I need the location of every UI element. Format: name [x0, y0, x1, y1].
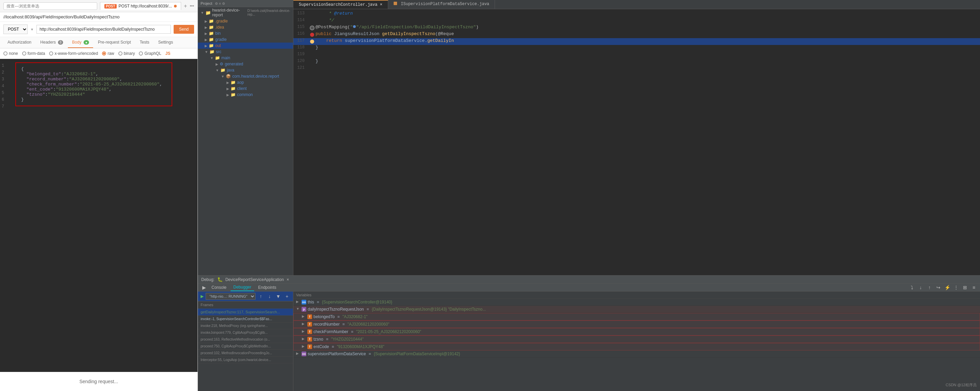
json-body-block: { "belonged_to":"AJ320682-1", "record_nu…	[15, 62, 172, 106]
close-debug-icon[interactable]: ×	[286, 277, 289, 282]
gutter-116	[309, 31, 315, 38]
editor-tab-interface[interactable]: ISupervisionPlatformDataService.java	[388, 0, 495, 9]
var-tzsno[interactable]: ▶ f tzsno = "YHZG20210444"	[293, 336, 980, 343]
url-input[interactable]	[37, 25, 171, 34]
tree-item-generated[interactable]: ▶ ⚙ generated	[198, 61, 293, 67]
tab-pre-request[interactable]: Pre-request Script	[94, 37, 135, 48]
json-body-content: { "belonged_to":"AJ320682-1", "record_nu…	[5, 62, 192, 106]
settings-icon[interactable]: ≡	[970, 284, 977, 291]
thread-down-icon[interactable]: ↓	[266, 293, 273, 300]
var-name-daily: dailyInspectTsznoRequestJson	[308, 307, 364, 312]
columns-icon[interactable]: ⊞	[962, 284, 969, 291]
tab-endpoints[interactable]: Endpoints	[256, 284, 279, 291]
tree-item-bin[interactable]: ▶ 📁 bin	[198, 30, 293, 36]
debug-panel: Debug: 🐛 DeviceReportServiceApplication …	[198, 275, 980, 391]
method-select[interactable]: POST GET	[3, 25, 28, 34]
frame-item-1[interactable]: invoke:-1, SupervisionSearchController$$…	[198, 316, 293, 323]
thread-filter-icon[interactable]: ▼	[275, 293, 282, 300]
frame-class-4: proceed:163, ReflectiveMethodInvocation …	[200, 337, 290, 341]
step-out-icon[interactable]: ↑	[926, 284, 933, 291]
tab-settings[interactable]: Settings	[154, 37, 177, 48]
tree-item-idea[interactable]: ▶ 📁 .idea	[198, 24, 293, 30]
frame-item-5[interactable]: proceed:750, CglibAopProxy$CglibMethodIn…	[198, 343, 293, 350]
var-supervision-service[interactable]: ▶ oo supervisionPlatformDataService = {S…	[293, 350, 980, 358]
run-cursor-icon[interactable]: ↪	[935, 284, 942, 291]
radio-form-data[interactable]: form-data	[22, 51, 45, 56]
frame-item-2[interactable]: invoke:218, MethodProxy (org.springframe…	[198, 323, 293, 329]
project-root-item[interactable]: ▼ 📁 hwariot-device-report D:\work-zakj\h…	[198, 7, 293, 18]
radio-raw[interactable]: raw	[102, 51, 114, 56]
tree-item-aop[interactable]: ▶ 📁 aop	[198, 79, 293, 85]
tree-item-com-package[interactable]: ▼ 📦 com.hwariot.device.report	[198, 73, 293, 79]
more-icon[interactable]: ⋮	[953, 284, 959, 291]
radio-binary-dot	[118, 51, 123, 55]
json-line-tzsno: "tzsno":"YHZG20210444"	[21, 92, 167, 97]
var-name-check: checkFormNumber	[313, 329, 348, 334]
tree-item-src[interactable]: ▼ 📁 src	[198, 49, 293, 55]
folder-icon: 📁	[231, 92, 236, 97]
chevron-icon: ▼	[205, 50, 208, 54]
folder-label: main	[221, 55, 230, 60]
dot-indicator	[174, 5, 177, 8]
json-type-label[interactable]: JS	[165, 51, 170, 56]
tab-headers[interactable]: Headers 8	[36, 37, 67, 48]
frame-class-1: invoke:-1, SupervisionSearchController$$…	[200, 317, 290, 321]
send-button[interactable]: Send	[173, 25, 194, 34]
thread-up-icon[interactable]: ↑	[258, 293, 264, 300]
gutter-121	[309, 65, 315, 72]
tab-authorization[interactable]: Authorization	[3, 37, 35, 48]
tree-item-gradle-dir[interactable]: ▶ 📁 gradle	[198, 36, 293, 43]
var-ent-code[interactable]: ▶ f entCode = "91320600MA1XJPQY48"	[293, 343, 980, 350]
folder-icon: 📁	[215, 55, 220, 60]
var-daily-inspect[interactable]: ▼ p dailyInspectTsznoRequestJson = {Dail…	[293, 306, 980, 313]
svg-point-0	[353, 25, 356, 28]
step-into-icon[interactable]: ↓	[917, 284, 924, 291]
expand-icon: ▶	[302, 322, 306, 326]
more-options-btn[interactable]: •••	[190, 4, 194, 8]
tree-item-main[interactable]: ▼ 📁 main	[198, 55, 293, 61]
json-editor[interactable]: 1234567 { "belonged_to":"AJ320682-1", "r…	[0, 59, 197, 372]
radio-none[interactable]: none	[3, 51, 18, 56]
expand-icon: ▶	[296, 300, 300, 304]
search-input[interactable]	[3, 2, 97, 10]
frame-item-6[interactable]: proceed:102, MethodInvocationProceedingJ…	[198, 350, 293, 356]
tree-item-common[interactable]: ▶ 📁 common	[198, 92, 293, 98]
var-this[interactable]: ▶ oo this = {SupervisionSearchController…	[293, 299, 980, 306]
var-belonged[interactable]: ▶ f belongedTo = "AJ320682-1"	[293, 313, 980, 320]
play-btn[interactable]: ▶	[200, 284, 207, 291]
tree-item-client[interactable]: ▶ 📁 client	[198, 85, 293, 92]
code-line-114: 114 */	[293, 18, 980, 25]
frame-item-3[interactable]: invokeJoinpoint:779, CglibAopProxy$Cglib…	[198, 329, 293, 336]
frame-item-7[interactable]: Interceptor:55, LogsAop (com.hwariot.dev…	[198, 356, 293, 363]
thread-add-icon[interactable]: +	[284, 293, 291, 300]
var-record[interactable]: ▶ f recordNumber = "AJ320682120200060"	[293, 320, 980, 328]
debug-app-name[interactable]: DeviceReportServiceApplication	[226, 277, 284, 282]
tree-item-out[interactable]: ▶ 📁 out	[198, 43, 293, 49]
folder-label: java	[227, 68, 234, 73]
var-value-this: {SupervisionSearchController@19140}	[322, 300, 392, 304]
thread-select[interactable]: "http-nio...: RUNNING"	[206, 293, 256, 300]
line-content-115: @PostMapping(""/api/FieldInspection/Buil…	[315, 25, 479, 31]
tab-debugger[interactable]: Debugger	[231, 284, 254, 291]
folder-icon: 📁	[231, 80, 236, 85]
var-check-form[interactable]: ▶ f checkFormNumber = "2021-05-25_AJ3206…	[293, 328, 980, 336]
postman-tab[interactable]: POST POST http://localhost:8039/...	[100, 2, 181, 10]
tab-console[interactable]: Console	[209, 284, 229, 291]
add-tab-btn[interactable]: +	[184, 3, 187, 9]
frame-item-0[interactable]: getDailyInspectTszno:117, SupervisionSea…	[198, 309, 293, 316]
radio-graphql-dot	[139, 51, 143, 55]
evaluate-icon[interactable]: ⚡	[944, 284, 951, 291]
tab-tests[interactable]: Tests	[136, 37, 153, 48]
folder-icon: ⚙	[220, 62, 223, 66]
tree-item-java[interactable]: ▼ 📁 java	[198, 67, 293, 73]
tree-item-gradle[interactable]: ▶ 📁 .gradle	[198, 18, 293, 24]
radio-binary[interactable]: binary	[118, 51, 135, 56]
tab-body[interactable]: Body ●	[68, 37, 93, 48]
body-options: none form-data x-www-form-urlencoded raw…	[0, 48, 197, 59]
radio-graphql[interactable]: GraphQL	[139, 51, 161, 56]
folder-icon: 📁	[209, 19, 214, 24]
frame-item-4[interactable]: proceed:163, ReflectiveMethodInvocation …	[198, 336, 293, 343]
editor-tab-supervision[interactable]: SupervisionSearchController.java ×	[293, 0, 388, 9]
step-over-icon[interactable]: ⤵	[908, 284, 915, 291]
radio-urlencoded[interactable]: x-www-form-urlencoded	[49, 51, 98, 56]
